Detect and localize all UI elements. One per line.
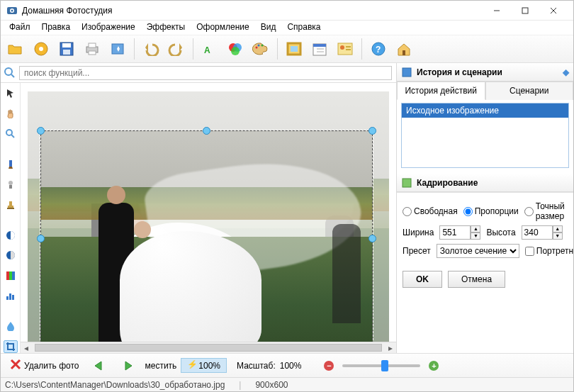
menu-edit[interactable]: Правка: [36, 21, 77, 35]
delete-photo-button[interactable]: Удалить фото: [5, 357, 84, 375]
zoom-slider-knob[interactable]: [381, 360, 388, 371]
help-icon[interactable]: ?: [366, 37, 390, 61]
delete-icon: [10, 359, 21, 372]
svg-rect-24: [291, 46, 298, 52]
portrait-checkbox[interactable]: Портретные: [525, 246, 573, 256]
tone-tool[interactable]: [4, 249, 18, 262]
wizard-icon[interactable]: [106, 37, 130, 61]
status-path: C:\Users\ContentManager\Downloads\30_обр…: [5, 380, 225, 390]
contrast-tool[interactable]: [4, 229, 18, 242]
calendar-icon[interactable]: [308, 37, 332, 61]
ok-button[interactable]: OK: [403, 271, 442, 288]
svg-point-36: [5, 68, 12, 75]
open-folder-icon[interactable]: [4, 37, 28, 61]
svg-text:⚡A: ⚡A: [187, 360, 196, 369]
zoom-tool[interactable]: [4, 127, 18, 140]
postcard-icon[interactable]: [333, 37, 357, 61]
pointer-tool[interactable]: [4, 87, 18, 100]
close-button[interactable]: [539, 3, 568, 18]
preset-select[interactable]: Золотое сечение: [437, 244, 519, 258]
svg-line-37: [11, 74, 14, 77]
brush-tool[interactable]: [4, 158, 18, 171]
stamp-tool[interactable]: [4, 198, 18, 211]
next-photo-button[interactable]: [116, 357, 140, 375]
color-adjust-icon[interactable]: [223, 37, 247, 61]
zoom-badge[interactable]: ⚡A 100%: [181, 358, 227, 373]
save-icon[interactable]: [55, 37, 79, 61]
mode-free[interactable]: Свободная: [403, 206, 458, 216]
menu-bar: Файл Правка Изображение Эффекты Оформлен…: [1, 21, 573, 35]
svg-rect-35: [403, 50, 405, 55]
canvas-image[interactable]: [28, 91, 389, 342]
crop-rectangle[interactable]: [40, 130, 373, 342]
crop-handle-e[interactable]: [368, 235, 376, 242]
svg-rect-45: [7, 208, 14, 209]
scale-value: 100%: [280, 361, 302, 371]
undo-icon[interactable]: [139, 37, 163, 61]
print-icon[interactable]: [80, 37, 104, 61]
minimize-button[interactable]: [483, 3, 511, 18]
collapse-icon[interactable]: ◆: [563, 67, 569, 77]
scroll-right-icon[interactable]: ▸: [385, 342, 396, 353]
droplet-tool[interactable]: [4, 320, 18, 332]
maximize-button[interactable]: [511, 3, 539, 18]
fit-label: местить: [145, 361, 176, 371]
svg-rect-14: [89, 51, 96, 55]
scroll-thumb[interactable]: [35, 344, 382, 352]
mode-exact[interactable]: Точный размер: [524, 201, 568, 221]
svg-point-30: [340, 45, 344, 50]
horizontal-scrollbar[interactable]: ◂ ▸: [21, 342, 396, 353]
histogram-tool[interactable]: [4, 289, 18, 302]
svg-rect-48: [6, 271, 9, 280]
scroll-left-icon[interactable]: ◂: [21, 342, 32, 353]
svg-rect-13: [89, 43, 96, 47]
tab-history[interactable]: История действий: [397, 82, 485, 100]
menu-decoration[interactable]: Оформление: [191, 21, 254, 35]
crop-handle-ne[interactable]: [368, 127, 376, 135]
text-icon[interactable]: A: [198, 37, 222, 61]
menu-view[interactable]: Вид: [255, 21, 282, 35]
tab-scenarios[interactable]: Сценарии: [485, 82, 574, 100]
palette-icon[interactable]: [249, 37, 273, 61]
height-down[interactable]: ▼: [553, 233, 563, 240]
menu-file[interactable]: Файл: [4, 21, 36, 35]
crop-handle-n[interactable]: [203, 127, 210, 135]
svg-point-2: [11, 9, 13, 11]
width-input[interactable]: [439, 225, 471, 240]
width-up[interactable]: ▲: [471, 225, 480, 233]
height-input[interactable]: [522, 225, 553, 240]
crop-tool[interactable]: [4, 340, 18, 353]
svg-point-8: [39, 47, 43, 51]
svg-point-19: [231, 47, 240, 55]
home-icon[interactable]: [392, 37, 416, 61]
color-balance-tool[interactable]: [4, 269, 18, 282]
crop-handle-w[interactable]: [37, 235, 45, 242]
history-item[interactable]: Исходное изображение: [402, 103, 568, 118]
search-input[interactable]: [19, 66, 392, 80]
cancel-button[interactable]: Отмена: [448, 271, 505, 288]
zoom-slider[interactable]: [342, 364, 420, 367]
svg-rect-26: [313, 44, 326, 47]
menu-effects[interactable]: Эффекты: [141, 21, 191, 35]
frame-icon[interactable]: [282, 37, 306, 61]
hand-tool[interactable]: [4, 107, 18, 120]
redo-icon[interactable]: [164, 37, 188, 61]
crop-handle-nw[interactable]: [37, 127, 45, 135]
history-list[interactable]: Исходное изображение: [401, 103, 569, 168]
prev-photo-button[interactable]: [88, 357, 112, 375]
mode-prop[interactable]: Пропорции: [463, 206, 519, 216]
width-label: Ширина: [403, 228, 434, 237]
zoom-out-icon[interactable]: −: [324, 361, 334, 371]
svg-rect-31: [346, 46, 351, 47]
catalog-icon[interactable]: [29, 37, 53, 61]
width-down[interactable]: ▼: [471, 233, 480, 240]
zoom-in-icon[interactable]: +: [429, 361, 439, 371]
zoom-reset-icon: ⚡A: [187, 360, 196, 371]
menu-help[interactable]: Справка: [281, 21, 326, 35]
svg-text:A: A: [204, 45, 210, 55]
menu-image[interactable]: Изображение: [76, 21, 141, 35]
clone-tool[interactable]: [4, 178, 18, 191]
crop-panel-icon: [401, 177, 412, 189]
height-up[interactable]: ▲: [553, 225, 563, 233]
svg-point-38: [6, 130, 12, 135]
